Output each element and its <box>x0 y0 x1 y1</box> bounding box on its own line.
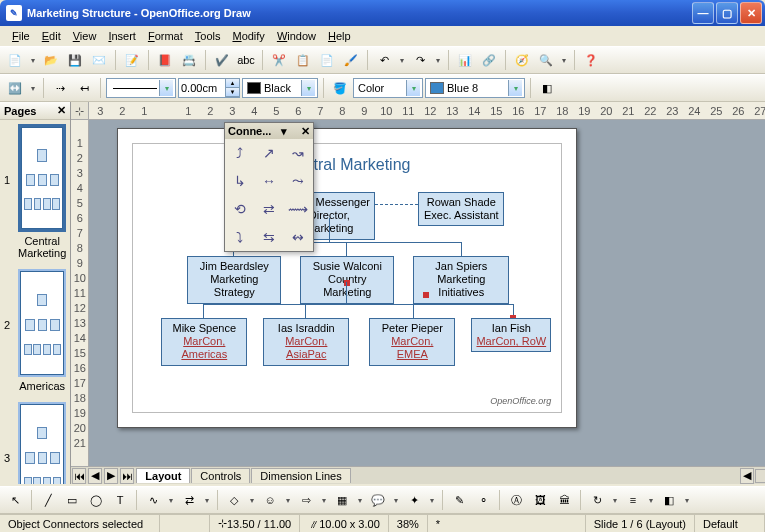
palette-titlebar[interactable]: Conne... ▾ ✕ <box>225 123 313 139</box>
menu-modify[interactable]: Modify <box>226 28 270 44</box>
redo-dropdown[interactable]: ▾ <box>433 56 443 65</box>
rotate-button[interactable]: ↻ <box>586 489 608 511</box>
vertical-ruler[interactable]: 123456789101112131415161718192021 <box>71 120 89 466</box>
arrange-dropdown[interactable]: ▾ <box>682 496 692 505</box>
maximize-button[interactable]: ▢ <box>716 2 738 24</box>
menu-window[interactable]: Window <box>271 28 322 44</box>
tab-next-button[interactable]: ▶ <box>104 468 118 484</box>
slide-thumbnail[interactable]: Asia Pac <box>18 402 66 484</box>
paste-button[interactable]: 📄 <box>316 49 338 71</box>
export-pdf-button[interactable]: 📕 <box>154 49 176 71</box>
connector-curved-arrow-icon[interactable]: ⤳ <box>284 167 313 195</box>
connector[interactable] <box>346 282 347 304</box>
line-start-button[interactable]: ↤ <box>73 77 95 99</box>
block-arrows-button[interactable]: ⇨ <box>295 489 317 511</box>
connector-curve-icon[interactable]: ↝ <box>284 139 313 167</box>
rectangle-tool-button[interactable]: ▭ <box>61 489 83 511</box>
menu-view[interactable]: View <box>67 28 103 44</box>
connector-tool-button[interactable]: ⇄ <box>178 489 200 511</box>
tab-last-button[interactable]: ⏭ <box>120 468 134 484</box>
connector[interactable] <box>305 304 306 318</box>
symbol-shapes-button[interactable]: ☺ <box>259 489 281 511</box>
new-doc-button[interactable]: 📄 <box>4 49 26 71</box>
hscroll-track[interactable] <box>755 469 765 483</box>
minimize-button[interactable]: — <box>692 2 714 24</box>
connector[interactable] <box>346 242 347 256</box>
callouts-button[interactable]: 💬 <box>367 489 389 511</box>
cut-button[interactable]: ✂️ <box>268 49 290 71</box>
tab-dimension-lines[interactable]: Dimension Lines <box>251 468 350 483</box>
line-width-input[interactable] <box>179 79 225 97</box>
format-paintbrush-button[interactable]: 🖌️ <box>340 49 362 71</box>
line-color-combo[interactable]: Black▾ <box>242 78 318 98</box>
save-button[interactable]: 💾 <box>64 49 86 71</box>
palette-close-icon[interactable]: ✕ <box>301 125 310 138</box>
connector-dropdown[interactable]: ▾ <box>202 496 212 505</box>
pages-panel-body[interactable]: 1Central Marketing2Americas3Asia Pac <box>0 120 70 484</box>
rotate-dropdown[interactable]: ▾ <box>610 496 620 505</box>
menu-help[interactable]: Help <box>322 28 357 44</box>
curve-tool-button[interactable]: ∿ <box>142 489 164 511</box>
glue-point-icon[interactable] <box>423 292 429 298</box>
status-zoom[interactable]: 38% <box>389 515 428 532</box>
connector[interactable] <box>461 242 462 256</box>
drawing-canvas[interactable]: Central Marketing Sally MessengerDirecto… <box>89 120 765 466</box>
tab-layout[interactable]: Layout <box>136 468 190 483</box>
basic-shapes-dropdown[interactable]: ▾ <box>247 496 257 505</box>
points-button[interactable]: ✎ <box>448 489 470 511</box>
connector-box-curve-icon[interactable]: ↭ <box>284 223 313 251</box>
connector-arrow-icon[interactable]: ↳ <box>225 167 254 195</box>
curve-dropdown[interactable]: ▾ <box>166 496 176 505</box>
align-button[interactable]: ≡ <box>622 489 644 511</box>
connector[interactable] <box>413 304 414 318</box>
zoom-button[interactable]: 🔍 <box>535 49 557 71</box>
spellcheck-button[interactable]: ✔️ <box>211 49 233 71</box>
fill-mode-combo[interactable]: Color▾ <box>353 78 423 98</box>
arrange-button[interactable]: ◧ <box>658 489 680 511</box>
slide-thumbnail[interactable]: Central Marketing <box>18 124 66 265</box>
text-tool-button[interactable]: T <box>109 489 131 511</box>
menu-format[interactable]: Format <box>142 28 189 44</box>
connector[interactable] <box>329 218 330 242</box>
tab-prev-button[interactable]: ◀ <box>88 468 102 484</box>
flowcharts-button[interactable]: ▦ <box>331 489 353 511</box>
connectors-palette[interactable]: Conne... ▾ ✕ ⤴↗↝ ↳↔⤳ ⟲⇄⟿ ⤵⇆↭ <box>224 122 314 252</box>
ruler-corner[interactable]: ⊹ <box>71 102 89 120</box>
undo-dropdown[interactable]: ▾ <box>397 56 407 65</box>
connector-straight-icon[interactable]: ⤴ <box>225 139 254 167</box>
close-button[interactable]: ✕ <box>740 2 762 24</box>
copy-button[interactable]: 📋 <box>292 49 314 71</box>
callouts-dropdown[interactable]: ▾ <box>391 496 401 505</box>
from-file-button[interactable]: 🖼 <box>529 489 551 511</box>
org-node-assistant[interactable]: Rowan ShadeExec. Assistant <box>418 192 504 226</box>
connector-arrows-icon[interactable]: ↔ <box>254 167 283 195</box>
org-node-asiapac[interactable]: Ias IsraddinMarCon, AsiaPac <box>263 318 349 366</box>
flowcharts-dropdown[interactable]: ▾ <box>355 496 365 505</box>
menu-tools[interactable]: Tools <box>189 28 227 44</box>
shadow-button[interactable]: ◧ <box>536 77 558 99</box>
hscroll-left-button[interactable]: ◀ <box>740 468 754 484</box>
block-arrows-dropdown[interactable]: ▾ <box>319 496 329 505</box>
fill-color-combo[interactable]: Blue 8▾ <box>425 78 525 98</box>
connector-circle-icon[interactable]: ⟲ <box>225 195 254 223</box>
line-tool-button[interactable]: ╱ <box>37 489 59 511</box>
navigator-button[interactable]: 🧭 <box>511 49 533 71</box>
glue-point-icon[interactable] <box>344 280 350 286</box>
connector[interactable] <box>203 304 204 318</box>
slide-thumbnail[interactable]: Americas <box>18 269 66 398</box>
menu-file[interactable]: File <box>6 28 36 44</box>
org-node-americas[interactable]: Mike SpenceMarCon, Americas <box>161 318 247 366</box>
align-dropdown[interactable]: ▾ <box>646 496 656 505</box>
basic-shapes-button[interactable]: ◇ <box>223 489 245 511</box>
new-doc-dropdown[interactable]: ▾ <box>28 56 38 65</box>
horizontal-ruler[interactable]: ⊹321123456789101112131415161718192021222… <box>71 102 765 120</box>
stars-button[interactable]: ✦ <box>403 489 425 511</box>
edit-file-button[interactable]: 📝 <box>121 49 143 71</box>
hyperlink-button[interactable]: 🔗 <box>478 49 500 71</box>
glue-points-button[interactable]: ⚬ <box>472 489 494 511</box>
menu-edit[interactable]: Edit <box>36 28 67 44</box>
org-node-row[interactable]: Ian FishMarCon, RoW <box>471 318 551 352</box>
chart-button[interactable]: 📊 <box>454 49 476 71</box>
line-width-spinner[interactable]: ▲▼ <box>178 78 240 98</box>
auto-spellcheck-button[interactable]: abc <box>235 49 257 71</box>
